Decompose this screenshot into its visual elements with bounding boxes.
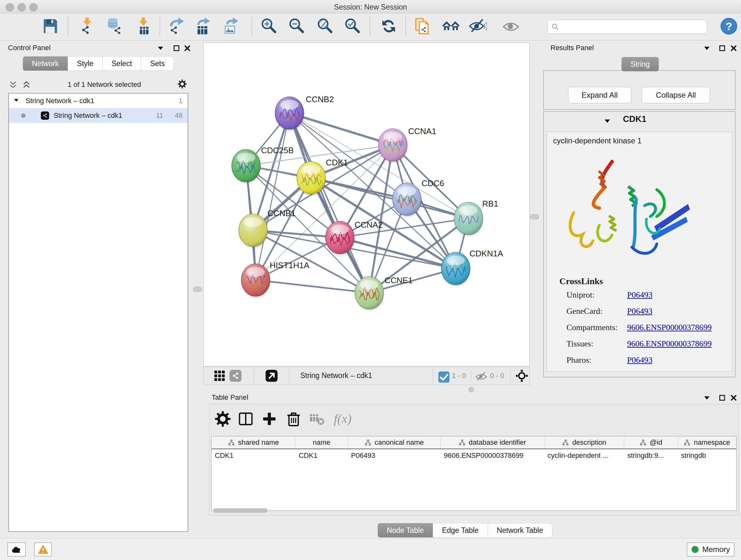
tab-node-table[interactable]: Node Table [378,523,433,538]
network-node-CDC25B[interactable] [232,149,260,183]
collapse-all-button[interactable]: Collapse All [642,87,710,104]
column-header-namespace[interactable]: namespace [678,436,736,449]
open-in-new-window-icon[interactable] [265,369,278,382]
edge-CCNA2-CDKN1A[interactable] [340,238,456,268]
network-node-HIST1H1A[interactable] [241,264,270,297]
table-panel-collapse-icon[interactable] [703,394,711,401]
network-node-CCNE1[interactable] [355,276,384,310]
zoom-fit-button[interactable] [315,16,335,37]
collapse-all-icon[interactable] [8,80,18,89]
column-header-shared-name[interactable]: shared name [212,436,295,449]
table-cell[interactable]: cyclin-dependent ... [544,449,624,462]
edge-CCNB2-CCNA1[interactable] [289,113,393,145]
network-node-CDK1[interactable] [297,162,326,195]
import-network-file-button[interactable] [77,16,97,37]
save-session-button[interactable] [40,16,60,37]
network-collection-row[interactable]: String Network – cdk1 1 [9,94,188,108]
collection-caret-icon[interactable] [13,97,19,105]
results-panel-collapse-icon[interactable] [703,45,711,52]
network-canvas[interactable]: CCNB2CCNA1CDC25BCDK1CDC6RB1CCNB1CCNA2CDK… [203,43,530,367]
network-options-gear-icon[interactable] [178,79,188,90]
help-button[interactable]: ? [721,18,737,35]
selected-checkbox-icon[interactable] [437,371,448,383]
control-panel-close-icon[interactable] [184,45,191,52]
search-field[interactable] [562,22,707,31]
table-horizontal-scrollbar[interactable] [213,508,267,513]
tab-select[interactable]: Select [103,56,141,71]
delete-column-trash-icon[interactable] [285,411,302,427]
expand-all-button[interactable]: Expand All [568,87,631,104]
grid-view-icon[interactable] [213,369,226,382]
crosslink-link[interactable]: P06493 [627,307,652,316]
export-image-button[interactable] [221,16,241,37]
import-network-database-button[interactable] [104,16,124,37]
crosslink-link[interactable]: P06493 [627,290,652,300]
crosslink-link[interactable]: 9606.ENSP00000378699 [627,339,712,349]
network-row[interactable]: String Network – cdk1 11 48 [9,108,188,123]
network-node-CCNA1[interactable] [379,129,407,162]
import-table-file-button[interactable] [133,16,153,37]
column-header-name[interactable]: name [295,436,348,449]
network-view-share-icon[interactable] [229,369,242,382]
tab-string[interactable]: String [621,57,659,71]
tab-network-table[interactable]: Network Table [488,523,552,538]
results-panel-close-icon[interactable] [730,45,737,52]
crosslink-link[interactable]: 9606.ENSP00000378699 [627,323,712,332]
left-splitter-handle[interactable] [193,287,202,292]
network-node-CDC6[interactable] [393,183,421,216]
cloud-status-button[interactable] [7,543,26,557]
edge-CCNB2-HIST1H1A[interactable] [256,113,289,280]
export-table-button[interactable] [193,16,213,37]
zoom-out-button[interactable] [286,16,307,37]
network-node-RB1[interactable] [454,202,483,236]
warnings-button[interactable] [34,543,52,557]
gene-section-caret-icon[interactable] [604,118,611,125]
crosslink-link[interactable]: P06493 [627,355,652,365]
edge-CDK1-RB1[interactable] [311,178,468,219]
hidden-eye-slash-icon[interactable] [475,370,486,383]
first-neighbors-button[interactable] [441,16,461,37]
column-header-canonical-name[interactable]: canonical name [348,436,441,449]
open-session-button[interactable] [11,16,31,37]
column-header-database-identifier[interactable]: database identifier [441,436,544,449]
refresh-view-button[interactable] [379,16,399,37]
show-columns-icon[interactable] [238,411,254,427]
table-cell[interactable]: stringdb:9... [624,449,678,462]
tab-network[interactable]: Network [23,56,68,71]
table-options-gear-icon[interactable] [214,411,231,427]
results-panel-float-icon[interactable] [719,45,726,52]
table-cell[interactable]: P06493 [348,449,441,462]
table-cell[interactable]: 9606.ENSP00000378699 [441,449,544,462]
table-panel-float-icon[interactable] [719,394,726,401]
tab-style[interactable]: Style [68,56,103,71]
zoom-in-button[interactable] [259,16,279,37]
zoom-selected-button[interactable] [342,16,362,37]
eye-icon[interactable] [501,16,521,37]
birds-eye-view-icon[interactable] [515,369,528,382]
tab-sets[interactable]: Sets [141,56,174,71]
table-cell[interactable]: CDK1 [295,449,348,462]
table-panel-close-icon[interactable] [730,394,737,401]
column-header-description[interactable]: description [544,436,624,449]
add-column-icon[interactable] [261,411,278,427]
control-panel-float-icon[interactable] [173,45,180,52]
memory-button[interactable]: Memory [687,543,735,557]
show-hide-graphics-button[interactable] [468,16,488,37]
network-node-CDKN1A[interactable] [441,252,470,286]
expand-all-icon[interactable] [22,80,31,89]
right-splitter-handle[interactable] [530,214,539,219]
control-panel-collapse-icon[interactable] [157,45,164,52]
copy-network-button[interactable] [412,16,432,37]
table-cell[interactable]: stringdb [678,449,736,462]
bottom-splitter-handle[interactable] [468,387,474,392]
search-input[interactable] [548,20,707,34]
node-table[interactable]: shared namenamecanonical namedatabase id… [211,436,737,511]
edge-HIST1H1A-CCNE1[interactable] [256,280,369,293]
export-network-button[interactable] [165,16,186,37]
column-header-@id[interactable]: @id [624,436,678,449]
table-row[interactable]: CDK1CDK1P064939606.ENSP00000378699cyclin… [212,449,736,462]
network-node-CCNB1[interactable] [239,214,267,247]
tab-edge-table[interactable]: Edge Table [433,523,488,538]
network-node-CCNA2[interactable] [326,221,354,255]
table-cell[interactable]: CDK1 [212,449,295,462]
